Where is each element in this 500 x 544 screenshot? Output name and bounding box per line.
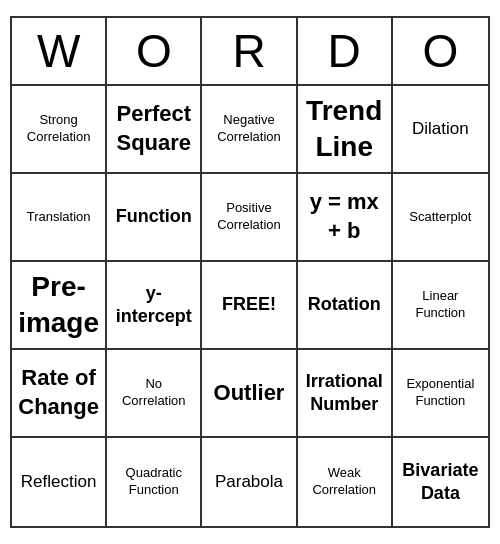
cell-6: Function [107, 174, 202, 262]
cell-2: NegativeCorrelation [202, 86, 297, 174]
header-letter-r: R [202, 18, 297, 86]
cell-7: PositiveCorrelation [202, 174, 297, 262]
cell-23: WeakCorrelation [298, 438, 393, 526]
cell-text-1: PerfectSquare [116, 100, 191, 157]
cell-16: NoCorrelation [107, 350, 202, 438]
cell-text-0: StrongCorrelation [27, 112, 91, 146]
cell-18: IrrationalNumber [298, 350, 393, 438]
cell-text-17: Outlier [214, 379, 285, 408]
cell-3: TrendLine [298, 86, 393, 174]
cell-10: Pre-image [12, 262, 107, 350]
cell-text-11: y-intercept [116, 282, 192, 329]
cell-9: Scatterplot [393, 174, 488, 262]
cell-text-14: LinearFunction [415, 288, 465, 322]
cell-17: Outlier [202, 350, 297, 438]
cell-15: Rate ofChange [12, 350, 107, 438]
cell-22: Parabola [202, 438, 297, 526]
cell-text-2: NegativeCorrelation [217, 112, 281, 146]
cell-text-10: Pre-image [18, 269, 99, 342]
cell-text-5: Translation [27, 209, 91, 226]
cell-text-22: Parabola [215, 471, 283, 493]
bingo-header: WORDO [12, 18, 488, 86]
cell-24: BivariateData [393, 438, 488, 526]
cell-text-24: BivariateData [402, 459, 478, 506]
cell-13: Rotation [298, 262, 393, 350]
cell-text-23: WeakCorrelation [312, 465, 376, 499]
cell-5: Translation [12, 174, 107, 262]
cell-text-9: Scatterplot [409, 209, 471, 226]
cell-1: PerfectSquare [107, 86, 202, 174]
cell-text-6: Function [116, 205, 192, 228]
bingo-grid: StrongCorrelationPerfectSquareNegativeCo… [12, 86, 488, 526]
header-letter-d: D [298, 18, 393, 86]
cell-text-8: y = mx+ b [310, 188, 379, 245]
cell-text-4: Dilation [412, 118, 469, 140]
cell-20: Reflection [12, 438, 107, 526]
cell-text-13: Rotation [308, 293, 381, 316]
cell-8: y = mx+ b [298, 174, 393, 262]
cell-text-12: FREE! [222, 293, 276, 316]
cell-text-16: NoCorrelation [122, 376, 186, 410]
cell-21: QuadraticFunction [107, 438, 202, 526]
bingo-card: WORDO StrongCorrelationPerfectSquareNega… [10, 16, 490, 528]
header-letter-o: O [393, 18, 488, 86]
cell-text-7: PositiveCorrelation [217, 200, 281, 234]
cell-text-15: Rate ofChange [18, 364, 99, 421]
cell-0: StrongCorrelation [12, 86, 107, 174]
header-letter-o: O [107, 18, 202, 86]
cell-text-21: QuadraticFunction [126, 465, 182, 499]
cell-4: Dilation [393, 86, 488, 174]
cell-19: ExponentialFunction [393, 350, 488, 438]
cell-text-18: IrrationalNumber [306, 370, 383, 417]
cell-text-3: TrendLine [306, 93, 382, 166]
cell-14: LinearFunction [393, 262, 488, 350]
cell-text-20: Reflection [21, 471, 97, 493]
cell-11: y-intercept [107, 262, 202, 350]
cell-text-19: ExponentialFunction [406, 376, 474, 410]
cell-12: FREE! [202, 262, 297, 350]
header-letter-w: W [12, 18, 107, 86]
